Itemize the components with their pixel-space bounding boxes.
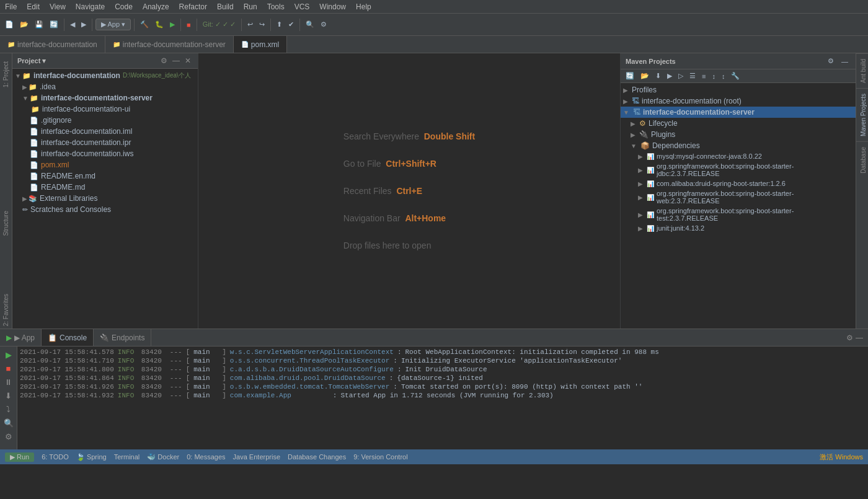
tree-item-gitignore[interactable]: 📄 .gitignore: [12, 115, 198, 126]
status-version-control[interactable]: 9: Version Control: [353, 453, 407, 461]
right-tab-maven[interactable]: Maven Projects: [856, 88, 868, 141]
tree-item-scratches[interactable]: ✏ Scratches and Consoles: [12, 204, 198, 215]
tree-item-iml[interactable]: 📄 interface-documentation.iml: [12, 126, 198, 137]
maven-run2-btn[interactable]: ▷: [676, 71, 686, 81]
status-run-btn[interactable]: ▶ Run: [5, 453, 34, 462]
tab-interface-documentation-server[interactable]: 📁 interface-documentation-server: [105, 36, 234, 53]
tree-item-server[interactable]: ▼ 📁 interface-documentation-server: [12, 92, 198, 104]
menu-edit[interactable]: Edit: [22, 1, 45, 12]
status-database-changes[interactable]: Database Changes: [288, 453, 346, 461]
sidebar-sync-btn[interactable]: ⚙: [159, 56, 169, 66]
toolbar-build-btn[interactable]: 🔨: [138, 19, 151, 30]
toolbar-forward-btn[interactable]: ▶: [79, 19, 89, 30]
status-messages[interactable]: 0: Messages: [187, 453, 225, 461]
maven-dep-web[interactable]: ▶ 📊 org.springframework.boot:spring-boot…: [621, 188, 856, 206]
toolbar-vcs-update-btn[interactable]: ⬆: [274, 19, 285, 30]
status-terminal[interactable]: Terminal: [114, 453, 140, 461]
maven-dep-mysql[interactable]: ▶ 📊 mysql:mysql-connector-java:8.0.22: [621, 151, 856, 161]
maven-add-btn[interactable]: 📂: [638, 71, 652, 81]
menu-help[interactable]: Help: [351, 1, 376, 12]
toolbar-undo-btn[interactable]: ↩: [245, 19, 255, 30]
maven-dep-jdbc[interactable]: ▶ 📊 org.springframework.boot:spring-boot…: [621, 161, 856, 179]
maven-item-lifecycle[interactable]: ▶ ⚙ Lifecycle: [621, 118, 856, 129]
maven-item-root[interactable]: ▶ 🏗 interface-documentation (root): [621, 95, 856, 107]
maven-toggle-btn[interactable]: ≡: [699, 71, 708, 81]
tree-item-ipr[interactable]: 📄 interface-documentation.ipr: [12, 137, 198, 148]
menu-window[interactable]: Window: [314, 1, 351, 12]
maven-run-btn[interactable]: ▶: [665, 71, 675, 81]
toolbar-back-btn[interactable]: ◀: [68, 19, 78, 30]
tree-item-readme-en[interactable]: 📄 README.en.md: [12, 170, 198, 182]
right-tab-database[interactable]: Database: [856, 141, 868, 179]
maven-item-plugins[interactable]: ▶ 🔌 Plugins: [621, 129, 856, 140]
toolbar-open-btn[interactable]: 📂: [17, 19, 31, 30]
bottom-minimize-btn[interactable]: —: [856, 333, 863, 342]
menu-navigate[interactable]: Navigate: [71, 1, 110, 12]
maven-item-profiles[interactable]: ▶ Profiles: [621, 84, 856, 95]
menu-vcs[interactable]: VCS: [290, 1, 315, 12]
status-docker[interactable]: 🐳 Docker: [147, 453, 179, 461]
menu-refactor[interactable]: Refactor: [174, 1, 212, 12]
bottom-tab-console[interactable]: 📋 Console: [42, 329, 94, 346]
console-resume-btn[interactable]: ■: [5, 363, 12, 374]
sidebar-collapse-btn[interactable]: —: [170, 56, 182, 66]
menu-run[interactable]: Run: [239, 1, 262, 12]
bottom-tab-endpoints[interactable]: 🔌 Endpoints: [94, 329, 151, 346]
maven-dep-druid[interactable]: ▶ 📊 com.alibaba:druid-spring-boot-starte…: [621, 179, 856, 188]
console-restart-btn[interactable]: ▶: [4, 349, 13, 361]
left-tab-favorites[interactable]: 2: Favorites: [1, 291, 12, 329]
toolbar-settings-btn[interactable]: ⚙: [318, 19, 329, 30]
console-scroll-end-btn[interactable]: ⬇: [4, 390, 13, 402]
toolbar-debug-btn[interactable]: 🐛: [153, 19, 166, 30]
maven-settings-btn[interactable]: ⚙: [825, 56, 836, 66]
menu-analyze[interactable]: Analyze: [138, 1, 174, 12]
tree-item-root[interactable]: ▼ 📁 interface-documentation D:\Workspace…: [12, 70, 198, 81]
right-tab-ant[interactable]: Ant build: [856, 53, 868, 88]
tree-item-pom[interactable]: 📄 pom.xml: [12, 159, 198, 170]
toolbar-run-btn[interactable]: ▶: [167, 19, 177, 30]
left-tab-structure[interactable]: Structure: [1, 205, 12, 242]
tab-pom-xml[interactable]: 📄 pom.xml: [234, 36, 287, 53]
status-java-enterprise[interactable]: Java Enterprise: [233, 453, 280, 461]
maven-item-dependencies[interactable]: ▼ 📦 Dependencies: [621, 140, 856, 151]
tree-item-iws[interactable]: 📄 interface-documentation.iws: [12, 148, 198, 159]
menu-view[interactable]: View: [45, 1, 71, 12]
bottom-tab-run[interactable]: ▶ ▶ App: [0, 329, 42, 346]
status-todo[interactable]: 6: TODO: [42, 453, 69, 461]
maven-more-btn[interactable]: 🔧: [728, 71, 742, 81]
maven-dep-junit[interactable]: ▶ 📊 junit:junit:4.13.2: [621, 223, 856, 233]
maven-expand-btn[interactable]: ↕: [709, 71, 718, 81]
tree-item-idea[interactable]: ▶ 📁 .idea: [12, 81, 198, 92]
tree-item-ext-libs[interactable]: ▶ 📚 External Libraries: [12, 193, 198, 204]
tree-item-readme[interactable]: 📄 README.md: [12, 182, 198, 193]
toolbar-vcs-commit-btn[interactable]: ✔: [286, 19, 296, 30]
status-spring[interactable]: 🍃 Spring: [76, 453, 107, 461]
tree-item-ui[interactable]: 📁 interface-documentation-ui: [12, 104, 198, 115]
toolbar-search-btn[interactable]: 🔍: [303, 19, 317, 30]
toolbar-stop-btn[interactable]: ■: [184, 20, 193, 30]
left-tab-project[interactable]: 1: Project: [1, 56, 12, 93]
bottom-settings-btn[interactable]: ⚙: [846, 333, 853, 342]
app-run-button[interactable]: ▶ App ▾: [95, 19, 131, 30]
status-windows-activate[interactable]: 激活 Windows: [820, 453, 863, 462]
toolbar-new-btn[interactable]: 📄: [2, 19, 16, 30]
toolbar-refresh-btn[interactable]: 🔄: [47, 19, 61, 30]
toolbar-redo-btn[interactable]: ↪: [257, 19, 267, 30]
sidebar-close-btn[interactable]: ✕: [183, 56, 193, 66]
menu-file[interactable]: File: [0, 1, 22, 12]
console-filter-btn[interactable]: 🔍: [2, 417, 15, 429]
menu-tools[interactable]: Tools: [262, 1, 290, 12]
maven-minimize-btn[interactable]: —: [839, 56, 851, 66]
maven-collapse-btn[interactable]: ↕: [719, 71, 728, 81]
menu-build[interactable]: Build: [212, 1, 239, 12]
console-pause-btn[interactable]: ⏸: [3, 376, 14, 388]
maven-item-server[interactable]: ▼ 🏗 interface-documentation-server: [621, 107, 856, 118]
console-wrap-btn[interactable]: ⤵: [5, 404, 12, 415]
maven-cols-btn[interactable]: ☰: [687, 71, 698, 81]
maven-dep-test[interactable]: ▶ 📊 org.springframework.boot:spring-boot…: [621, 206, 856, 223]
toolbar-save-btn[interactable]: 💾: [32, 19, 46, 30]
maven-refresh-btn[interactable]: 🔄: [623, 71, 637, 81]
menu-code[interactable]: Code: [110, 1, 138, 12]
maven-download-btn[interactable]: ⬇: [653, 71, 663, 81]
tab-interface-documentation[interactable]: 📁 interface-documentation: [0, 36, 105, 53]
